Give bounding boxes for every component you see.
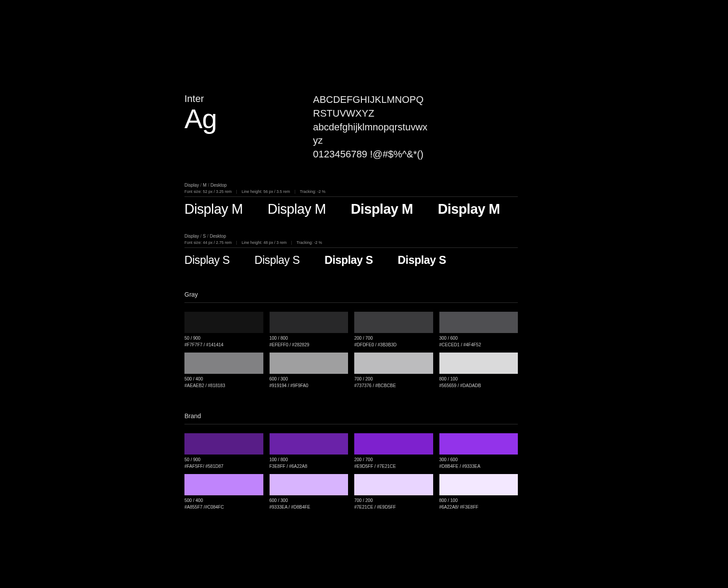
swatch-hex: #7E21CE / #E9D5FF [354, 505, 433, 510]
palette-brand: Brand 50 / 900#FAF5FF/ #581D87100 / 800F… [184, 412, 518, 510]
swatch-item: 50 / 900#FAF5FF/ #581D87 [184, 433, 263, 469]
font-specimen: Ag [184, 106, 295, 133]
breadcrumb-part: S [203, 234, 206, 239]
meta-line-height: Line height: 56 px / 3.5 rem [242, 189, 290, 194]
font-name-block: Inter Ag [184, 93, 295, 161]
swatch-name: 600 / 300 [270, 376, 348, 381]
design-system-sheet: Inter Ag ABCDEFGHIJKLMNOPQRSTUVWXYZ abcd… [184, 0, 518, 510]
swatch-color [354, 312, 433, 333]
meta-sep: | [236, 240, 237, 245]
swatch-name: 200 / 700 [354, 457, 433, 462]
swatch-grid: 50 / 900#FAF5FF/ #581D87100 / 800F3E8FF … [184, 433, 518, 510]
divider [184, 247, 518, 248]
meta-sep: | [294, 189, 295, 194]
sample-semibold: Display M [351, 202, 413, 216]
swatch-color [270, 474, 348, 495]
swatch-hex: #919194 / #9F9FA0 [270, 383, 348, 388]
swatch-name: 100 / 800 [270, 457, 348, 462]
swatch-name: 300 / 600 [439, 457, 518, 462]
meta-sep: | [291, 240, 292, 245]
swatch-name: 50 / 900 [184, 336, 263, 341]
swatch-item: 700 / 200#7E21CE / #E9D5FF [354, 474, 433, 510]
swatch-hex: #A855F7 /#C084FC [184, 505, 263, 510]
swatch-hex: #565659 / #DADADB [439, 383, 518, 388]
meta-font-size: Font size: 44 px / 2.75 rem [184, 240, 232, 245]
swatch-item: 600 / 300#9333EA / #D8B4FE [270, 474, 348, 510]
swatch-grid: 50 / 900#F7F7F7 / #141414100 / 800#EFEFF… [184, 312, 518, 388]
swatch-name: 500 / 400 [184, 376, 263, 381]
swatch-color [184, 312, 263, 333]
font-header: Inter Ag ABCDEFGHIJKLMNOPQRSTUVWXYZ abcd… [184, 93, 518, 161]
type-breadcrumb: Display/M/Desktop [184, 183, 518, 188]
breadcrumb-part: M [203, 183, 207, 188]
swatch-color [439, 353, 518, 374]
swatch-color [354, 474, 433, 495]
sample-regular: Display S [184, 253, 230, 267]
font-name: Inter [184, 93, 295, 105]
swatch-name: 700 / 200 [354, 376, 433, 381]
swatch-color [439, 433, 518, 455]
swatch-item: 800 / 100#565659 / #DADADB [439, 353, 518, 388]
swatch-item: 100 / 800F3E8FF / #6A22A8 [270, 433, 348, 469]
swatch-hex: #737376 / #BCBCBE [354, 383, 433, 388]
swatch-hex: #E9D5FF / #7E21CE [354, 464, 433, 469]
breadcrumb-part: Desktop [211, 183, 227, 188]
swatch-name: 700 / 200 [354, 498, 433, 503]
sample-medium: Display S [254, 253, 300, 267]
type-meta-row: Font size: 44 px / 2.75 rem | Line heigh… [184, 240, 518, 245]
palette-gray: Gray 50 / 900#F7F7F7 / #141414100 / 800#… [184, 291, 518, 388]
sample-bold: Display S [398, 253, 446, 267]
alphabet-lower: abcdefghijklmnopqrstuvwxyz [313, 121, 428, 148]
swatch-item: 600 / 300#919194 / #9F9FA0 [270, 353, 348, 388]
swatch-item: 50 / 900#F7F7F7 / #141414 [184, 312, 263, 347]
swatch-color [439, 474, 518, 495]
type-breadcrumb: Display/S/Desktop [184, 234, 518, 239]
swatch-hex: F3E8FF / #6A22A8 [270, 464, 348, 469]
swatch-item: 500 / 400#A855F7 /#C084FC [184, 474, 263, 510]
swatch-item: 300 / 600#D8B4FE / #9333EA [439, 433, 518, 469]
swatch-name: 500 / 400 [184, 498, 263, 503]
swatch-hex: #EFEFF0 / #282829 [270, 342, 348, 347]
swatch-item: 800 / 100#6A22A8/ #F3E8FF [439, 474, 518, 510]
swatch-color [354, 433, 433, 455]
divider [184, 424, 518, 424]
swatch-hex: #FAF5FF/ #581D87 [184, 464, 263, 469]
type-meta-row: Font size: 52 px / 3.25 rem | Line heigh… [184, 189, 518, 194]
alphabet-digits: 0123456789 !@#$%^&*() [313, 148, 428, 161]
breadcrumb-sep: / [207, 234, 208, 239]
swatch-color [184, 353, 263, 374]
type-section-display-m: Display/M/Desktop Font size: 52 px / 3.2… [184, 183, 518, 216]
swatch-hex: #9333EA / #D8B4FE [270, 505, 348, 510]
swatch-color [184, 433, 263, 455]
alphabet-block: ABCDEFGHIJKLMNOPQRSTUVWXYZ abcdefghijklm… [313, 93, 428, 161]
meta-sep: | [236, 189, 237, 194]
swatch-item: 500 / 400#AEAEB2 / #818183 [184, 353, 263, 388]
swatch-item: 700 / 200#737376 / #BCBCBE [354, 353, 433, 388]
palette-title: Gray [184, 291, 518, 298]
swatch-hex: #AEAEB2 / #818183 [184, 383, 263, 388]
swatch-color [354, 353, 433, 374]
divider [184, 196, 518, 197]
breadcrumb-sep: / [200, 234, 202, 239]
sample-semibold: Display S [325, 253, 373, 267]
sample-bold: Display M [438, 202, 500, 216]
swatch-name: 200 / 700 [354, 336, 433, 341]
sample-regular: Display M [184, 202, 243, 216]
swatch-name: 600 / 300 [270, 498, 348, 503]
sample-medium: Display M [268, 202, 326, 216]
meta-tracking: Tracking: -2 % [297, 240, 322, 245]
swatch-name: 800 / 100 [439, 376, 518, 381]
breadcrumb-part: Display [184, 234, 199, 239]
breadcrumb-part: Desktop [210, 234, 226, 239]
swatch-hex: #CECED1 / #4F4F52 [439, 342, 518, 347]
breadcrumb-part: Display [184, 183, 199, 188]
swatch-item: 200 / 700#DFDFE0 / #3B3B3D [354, 312, 433, 347]
type-section-display-s: Display/S/Desktop Font size: 44 px / 2.7… [184, 234, 518, 267]
type-samples: Display M Display M Display M Display M [184, 202, 518, 216]
swatch-name: 800 / 100 [439, 498, 518, 503]
swatch-name: 50 / 900 [184, 457, 263, 462]
swatch-color [184, 474, 263, 495]
type-samples: Display S Display S Display S Display S [184, 253, 518, 267]
swatch-color [270, 312, 348, 333]
breadcrumb-sep: / [200, 183, 202, 188]
